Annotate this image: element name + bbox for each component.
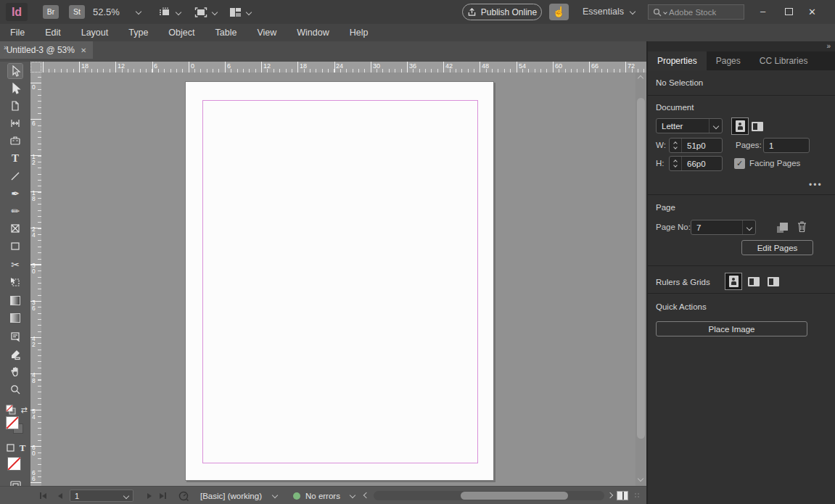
gradient-feather-tool[interactable]: [8, 310, 22, 325]
vertical-scrollbar[interactable]: [635, 73, 646, 486]
preflight-icon[interactable]: [178, 490, 189, 502]
horizontal-scroll-thumb[interactable]: [461, 492, 568, 500]
ruler-origin-corner[interactable]: [30, 62, 41, 73]
fill-color-swatch[interactable]: [6, 416, 23, 434]
delete-page-icon[interactable]: [797, 220, 807, 233]
menu-table[interactable]: Table: [205, 28, 247, 38]
height-stepper[interactable]: [670, 157, 682, 170]
bridge-button[interactable]: Br: [43, 5, 59, 19]
width-stepper[interactable]: [670, 139, 682, 152]
scroll-left-icon[interactable]: [363, 492, 369, 498]
default-fill-stroke-icon[interactable]: [4, 402, 18, 417]
type-tool[interactable]: T: [8, 151, 22, 165]
add-page-icon[interactable]: [777, 223, 788, 233]
h-ruler-mark: 24: [336, 62, 343, 70]
toolbar-dock-grip[interactable]: [3, 53, 28, 59]
zoom-tool[interactable]: [8, 382, 22, 397]
vertical-ruler[interactable]: 0 6 1 2 1 8 2 4 3 0 3 6 4 2 4 8 5 4 6 0 …: [30, 73, 41, 486]
landscape-orientation-button[interactable]: [749, 118, 765, 134]
document-grid-button[interactable]: [765, 273, 781, 289]
menu-edit[interactable]: Edit: [35, 28, 71, 38]
publish-online-button[interactable]: Publish Online: [462, 4, 542, 20]
page-size-select[interactable]: Letter: [656, 118, 723, 133]
menu-object[interactable]: Object: [158, 28, 205, 38]
pasteboard[interactable]: [41, 73, 635, 486]
first-page-button[interactable]: [40, 487, 46, 504]
screen-mode-menu-button[interactable]: [194, 6, 217, 18]
workspace-switcher[interactable]: Essentials: [583, 7, 635, 17]
stock-search-input[interactable]: [669, 8, 731, 17]
width-input[interactable]: 51p0: [669, 138, 723, 153]
maximize-button[interactable]: [785, 8, 793, 15]
content-collector-tool[interactable]: [8, 133, 22, 148]
more-options-icon[interactable]: •••: [809, 180, 823, 190]
previous-page-button[interactable]: [58, 487, 62, 504]
line-tool[interactable]: [8, 169, 22, 183]
direct-selection-tool[interactable]: [8, 81, 22, 96]
horizontal-scrollbar[interactable]: [374, 491, 604, 500]
pen-tool[interactable]: ✒: [8, 186, 22, 201]
zoom-level-value[interactable]: 52.5%: [93, 7, 120, 17]
scissors-tool[interactable]: ✂: [8, 257, 22, 272]
page-number-field[interactable]: 1: [70, 487, 133, 504]
touch-workspace-button[interactable]: ☝: [549, 4, 569, 20]
selection-tool[interactable]: [8, 64, 22, 78]
frame-tool[interactable]: [8, 221, 22, 236]
gradient-swatch-tool[interactable]: [8, 293, 22, 307]
panel-collapse-icon[interactable]: »: [826, 42, 829, 50]
document-page[interactable]: [185, 81, 494, 481]
horizontal-ruler[interactable]: 18 12 6 0 6 12 18 24 30 36 42 48 54 60 6…: [30, 62, 646, 73]
page-tool[interactable]: [8, 99, 22, 113]
errors-chevron-icon[interactable]: [350, 492, 355, 498]
pencil-tool[interactable]: ✏: [8, 204, 22, 218]
scroll-right-icon[interactable]: [607, 492, 613, 498]
facing-pages-checkbox[interactable]: ✓: [734, 158, 745, 169]
menu-view[interactable]: View: [247, 28, 287, 38]
toolbar-expand-icon[interactable]: »: [4, 43, 7, 51]
menu-window[interactable]: Window: [287, 28, 339, 38]
scroll-up-icon[interactable]: [638, 75, 643, 81]
arrange-documents-button[interactable]: [229, 6, 251, 18]
preflight-profile[interactable]: [Basic] (working): [200, 487, 262, 504]
swap-fill-stroke-icon[interactable]: ⇄: [17, 402, 31, 417]
adobe-stock-button[interactable]: St: [69, 5, 85, 19]
stroke-none-swatch[interactable]: [7, 457, 21, 471]
menu-type[interactable]: Type: [118, 28, 158, 38]
color-theme-tool[interactable]: [8, 347, 22, 362]
menu-file[interactable]: File: [0, 28, 35, 38]
adobe-stock-search[interactable]: [648, 4, 744, 20]
tab-pages[interactable]: Pages: [707, 51, 750, 70]
tab-properties[interactable]: Properties: [648, 51, 707, 70]
close-button[interactable]: ✕: [808, 7, 816, 17]
zoom-dropdown-chevron-icon[interactable]: [136, 9, 141, 15]
note-tool[interactable]: [8, 329, 22, 344]
spread-view-button[interactable]: [617, 487, 628, 504]
formatting-affects-text-button[interactable]: T: [15, 440, 30, 455]
scroll-down-icon[interactable]: [638, 476, 643, 482]
show-rulers-button[interactable]: [725, 273, 741, 289]
page-no-select[interactable]: 7: [691, 220, 756, 235]
menu-layout[interactable]: Layout: [71, 28, 119, 38]
gap-tool[interactable]: [8, 116, 22, 131]
tab-cc-libraries[interactable]: CC Libraries: [750, 51, 818, 70]
hand-tool[interactable]: [8, 365, 22, 379]
free-transform-tool[interactable]: [8, 275, 22, 289]
preflight-errors-label[interactable]: No errors: [305, 487, 340, 504]
preflight-profile-chevron-icon[interactable]: [272, 492, 278, 498]
place-image-button[interactable]: Place Image: [656, 321, 807, 336]
resize-grip[interactable]: [634, 487, 641, 504]
rectangle-tool[interactable]: [8, 239, 22, 253]
height-input[interactable]: 66p0: [669, 156, 723, 171]
last-page-button[interactable]: [160, 487, 166, 504]
next-page-button[interactable]: [147, 487, 152, 504]
portrait-orientation-button[interactable]: [732, 118, 748, 134]
tab-close-icon[interactable]: ✕: [81, 46, 86, 54]
baseline-grid-button[interactable]: [746, 273, 762, 289]
minimize-button[interactable]: –: [760, 6, 765, 17]
menu-help[interactable]: Help: [340, 28, 379, 38]
edit-pages-button[interactable]: Edit Pages: [741, 240, 813, 255]
pages-input[interactable]: 1: [763, 138, 810, 153]
view-options-icon: [158, 7, 171, 18]
view-options-button[interactable]: [158, 6, 181, 18]
vertical-scroll-thumb[interactable]: [637, 98, 645, 439]
